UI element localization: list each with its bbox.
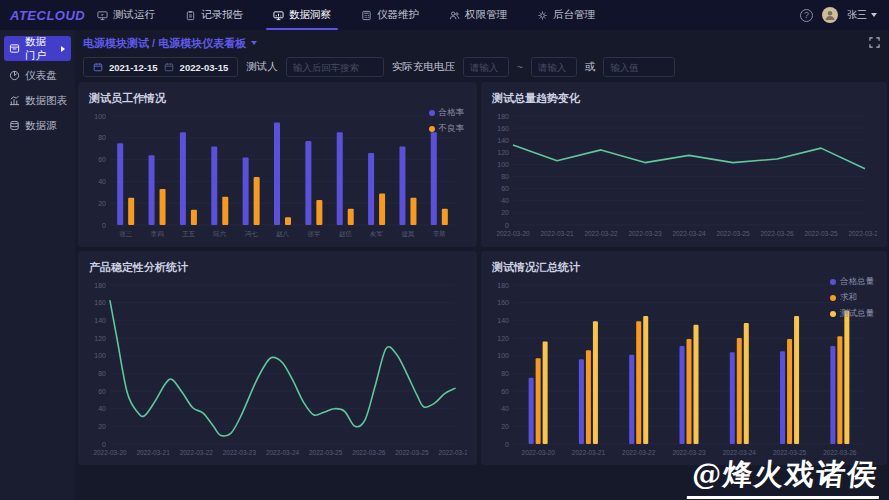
nav-item-test-run[interactable]: 测试运行 <box>82 0 170 30</box>
svg-text:2022-03-20: 2022-03-20 <box>93 449 127 456</box>
breadcrumb-row: 电源模块测试 / 电源模块仪表看板 <box>78 34 886 52</box>
svg-text:40: 40 <box>98 405 106 412</box>
svg-text:2022-03-23: 2022-03-23 <box>628 230 662 237</box>
legend-dot-icon <box>830 279 836 285</box>
date-range-picker[interactable]: 2021-12-15 2022-03-15 <box>83 57 238 77</box>
legend-label: 求和 <box>840 292 857 304</box>
svg-text:100: 100 <box>94 113 106 120</box>
panel-test-summary: 测试情况汇总统计 0204060801001201401601802022-03… <box>481 251 887 465</box>
panel-product-stability: 产品稳定性分析统计 0204060801001201401601802022-0… <box>78 251 477 465</box>
voltage-label: 实际充电电压 <box>392 60 455 74</box>
panel-title: 测试情况汇总统计 <box>492 260 879 275</box>
sidebar-item-label: 数据源 <box>25 119 57 133</box>
top-navbar: ATECLOUD 测试运行 记录报告 数据洞察 仪器维护 权限管理 后台管理 ? <box>0 0 889 30</box>
nav-item-label: 权限管理 <box>465 8 507 22</box>
panel-tester-work: 测试员工作情况 020406080100张三李四王五陆六冯七赵八张宇赵信友军提莫… <box>78 82 477 247</box>
svg-text:100: 100 <box>94 352 106 359</box>
user-menu[interactable]: 张三 <box>847 8 877 22</box>
legend-label: 合格率 <box>439 107 465 119</box>
sidebar-item-dashboard[interactable]: 仪表盘 <box>0 63 75 88</box>
nav-item-label: 后台管理 <box>553 8 595 22</box>
svg-text:80: 80 <box>98 134 106 141</box>
sidebar-item-data-charts[interactable]: 数据图表 <box>0 88 75 113</box>
legend-item[interactable]: 不良率 <box>429 123 465 135</box>
sidebar-item-data-portal[interactable]: 数据门户 <box>4 36 71 61</box>
sidebar-item-data-source[interactable]: 数据源 <box>0 113 75 138</box>
svg-text:2022-03-21: 2022-03-21 <box>137 449 171 456</box>
chart-legend: 合格总量求和测试总量 <box>830 276 874 320</box>
legend-item[interactable]: 合格总量 <box>830 276 874 288</box>
svg-text:2022-03-23: 2022-03-23 <box>223 449 257 456</box>
fullscreen-button[interactable] <box>869 34 880 52</box>
svg-text:180: 180 <box>497 282 509 289</box>
svg-text:60: 60 <box>501 185 509 192</box>
svg-text:140: 140 <box>94 317 106 324</box>
date-end-value: 2022-03-15 <box>180 62 229 73</box>
svg-text:2022-03-22: 2022-03-22 <box>584 230 618 237</box>
svg-text:140: 140 <box>497 137 509 144</box>
svg-text:王五: 王五 <box>182 230 196 237</box>
svg-text:张三: 张三 <box>119 230 133 238</box>
product-stability-line-chart[interactable]: 0204060801001201401601802022-03-202022-0… <box>86 278 467 459</box>
svg-text:40: 40 <box>98 178 106 185</box>
help-icon[interactable]: ? <box>800 9 813 22</box>
svg-text:0: 0 <box>102 222 106 229</box>
charts-grid: 测试员工作情况 020406080100张三李四王五陆六冯七赵八张宇赵信友军提莫… <box>78 82 886 465</box>
tester-work-bar-chart[interactable]: 020406080100张三李四王五陆六冯七赵八张宇赵信友军提莫辛斯 <box>86 109 467 240</box>
svg-text:60: 60 <box>501 388 509 395</box>
svg-text:2022-03-21: 2022-03-21 <box>540 230 574 237</box>
voltage-from-input[interactable] <box>463 57 509 77</box>
test-summary-bar-chart[interactable]: 0204060801001201401601802022-03-202022-0… <box>489 278 877 459</box>
portal-icon <box>9 43 20 54</box>
svg-text:0: 0 <box>102 441 106 448</box>
svg-text:180: 180 <box>497 113 509 120</box>
svg-text:2022-03-25: 2022-03-25 <box>309 449 343 456</box>
nav-item-permission[interactable]: 权限管理 <box>434 0 522 30</box>
bar-chart-icon <box>9 95 20 106</box>
chevron-down-icon <box>251 41 257 45</box>
admin-icon <box>537 10 548 21</box>
nav-item-report[interactable]: 记录报告 <box>170 0 258 30</box>
legend-item[interactable]: 求和 <box>830 292 874 304</box>
main-content: 电源模块测试 / 电源模块仪表看板 2021-12-15 2022-03-15 … <box>75 30 889 500</box>
sidebar-item-label: 仪表盘 <box>25 69 57 83</box>
svg-text:赵八: 赵八 <box>276 230 290 238</box>
svg-text:2022-03-25: 2022-03-25 <box>804 230 838 237</box>
avatar[interactable] <box>822 7 838 23</box>
svg-text:张宇: 张宇 <box>307 230 321 238</box>
breadcrumb-text: 电源模块测试 / 电源模块仪表看板 <box>83 36 246 51</box>
legend-dot-icon <box>429 126 435 132</box>
voltage-to-input[interactable] <box>531 57 577 77</box>
calendar-icon <box>164 62 174 72</box>
nav-item-admin[interactable]: 后台管理 <box>522 0 610 30</box>
gauge-icon <box>9 70 20 81</box>
nav-item-maintenance[interactable]: 仪器维护 <box>346 0 434 30</box>
svg-text:160: 160 <box>497 299 509 306</box>
sidebar: 数据门户 仪表盘 数据图表 数据源 <box>0 30 75 500</box>
permission-icon <box>449 10 460 21</box>
value-input[interactable] <box>603 57 675 77</box>
tester-label: 测试人 <box>246 60 278 74</box>
chevron-down-icon <box>871 13 877 17</box>
svg-text:80: 80 <box>501 370 509 377</box>
nav-item-label: 记录报告 <box>201 8 243 22</box>
or-label: 或 <box>585 60 596 74</box>
svg-text:2022-03-26: 2022-03-26 <box>438 449 467 456</box>
svg-text:辛斯: 辛斯 <box>433 230 447 237</box>
user-name: 张三 <box>847 8 867 22</box>
test-trend-line-chart[interactable]: 0204060801001201401601802022-03-202022-0… <box>489 109 877 240</box>
svg-text:60: 60 <box>98 388 106 395</box>
svg-text:2022-03-22: 2022-03-22 <box>180 449 214 456</box>
tester-input[interactable] <box>286 57 384 77</box>
svg-text:20: 20 <box>98 200 106 207</box>
breadcrumb[interactable]: 电源模块测试 / 电源模块仪表看板 <box>83 36 257 51</box>
maintenance-icon <box>361 10 372 21</box>
nav-item-data-insight[interactable]: 数据洞察 <box>258 0 346 30</box>
svg-text:2022-03-25: 2022-03-25 <box>716 230 750 237</box>
legend-item[interactable]: 合格率 <box>429 107 465 119</box>
person-icon <box>824 9 836 21</box>
panel-title: 测试总量趋势变化 <box>492 91 879 106</box>
legend-label: 测试总量 <box>840 308 874 320</box>
legend-item[interactable]: 测试总量 <box>830 308 874 320</box>
sidebar-item-label: 数据门户 <box>25 35 56 63</box>
